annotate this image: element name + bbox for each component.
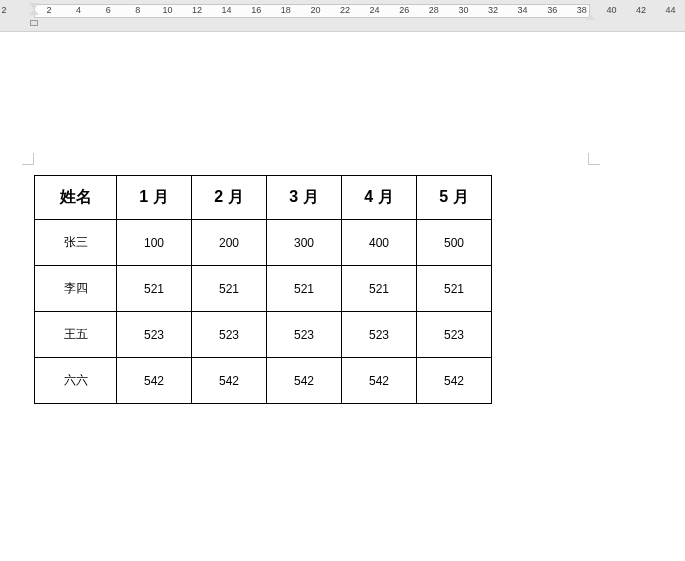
ruler-tick-label: 42 xyxy=(636,5,646,15)
table-cell-value[interactable]: 521 xyxy=(267,266,342,312)
table-cell-value[interactable]: 521 xyxy=(342,266,417,312)
table-header-cell[interactable]: 5 月 xyxy=(417,176,492,220)
ruler-tick-label: 16 xyxy=(251,5,261,15)
table-cell-name[interactable]: 李四 xyxy=(35,266,117,312)
margin-corner-top-left xyxy=(22,153,34,165)
ruler-tick-label: 26 xyxy=(399,5,409,15)
ruler-tick-label: 8 xyxy=(135,5,140,15)
ruler-tick-label: 2 xyxy=(46,5,51,15)
table-cell-value[interactable]: 542 xyxy=(267,358,342,404)
table-row: 张三100200300400500 xyxy=(35,220,492,266)
table-cell-value[interactable]: 500 xyxy=(417,220,492,266)
document-canvas[interactable]: 姓名 1 月 2 月 3 月 4 月 5 月 张三100200300400500… xyxy=(0,32,685,561)
table-row: 李四521521521521521 xyxy=(35,266,492,312)
table-cell-value[interactable]: 523 xyxy=(342,312,417,358)
horizontal-ruler[interactable]: 2246810121416182022242628303234363840424… xyxy=(0,0,685,32)
ruler-tick-label: 14 xyxy=(222,5,232,15)
ruler-tick-label: 6 xyxy=(106,5,111,15)
ruler-tick-label: 20 xyxy=(310,5,320,15)
table-cell-value[interactable]: 521 xyxy=(192,266,267,312)
table-cell-value[interactable]: 100 xyxy=(117,220,192,266)
mouse-cursor-icon: ↖ xyxy=(619,556,635,561)
table-cell-value[interactable]: 542 xyxy=(417,358,492,404)
data-table[interactable]: 姓名 1 月 2 月 3 月 4 月 5 月 张三100200300400500… xyxy=(34,175,492,404)
table-cell-value[interactable]: 523 xyxy=(267,312,342,358)
ruler-tick-label: 28 xyxy=(429,5,439,15)
table-cell-value[interactable]: 521 xyxy=(117,266,192,312)
table-header-row: 姓名 1 月 2 月 3 月 4 月 5 月 xyxy=(35,176,492,220)
table-cell-value[interactable]: 542 xyxy=(192,358,267,404)
ruler-tick-label: 10 xyxy=(162,5,172,15)
ruler-tick-label: 4 xyxy=(76,5,81,15)
ruler-tick-label: 30 xyxy=(458,5,468,15)
table-cell-value[interactable]: 542 xyxy=(117,358,192,404)
table-header-cell[interactable]: 4 月 xyxy=(342,176,417,220)
margin-corner-top-right xyxy=(588,153,600,165)
table-header-cell[interactable]: 3 月 xyxy=(267,176,342,220)
ruler-tick-label: 36 xyxy=(547,5,557,15)
table-cell-value[interactable]: 523 xyxy=(117,312,192,358)
ruler-tick-label: 34 xyxy=(518,5,528,15)
table-cell-name[interactable]: 王五 xyxy=(35,312,117,358)
ruler-tick-label: 2 xyxy=(1,5,6,15)
table-cell-value[interactable]: 523 xyxy=(192,312,267,358)
ruler-tick-label: 22 xyxy=(340,5,350,15)
table-cell-value[interactable]: 523 xyxy=(417,312,492,358)
table-cell-value[interactable]: 542 xyxy=(342,358,417,404)
table-cell-value[interactable]: 300 xyxy=(267,220,342,266)
ruler-tick-label: 32 xyxy=(488,5,498,15)
right-indent-marker[interactable] xyxy=(585,14,595,20)
table-header-cell[interactable]: 2 月 xyxy=(192,176,267,220)
table-row: 六六542542542542542 xyxy=(35,358,492,404)
table-header-cell[interactable]: 1 月 xyxy=(117,176,192,220)
left-indent-marker[interactable] xyxy=(30,20,38,26)
table-cell-value[interactable]: 400 xyxy=(342,220,417,266)
table-row: 王五523523523523523 xyxy=(35,312,492,358)
ruler-tick-label: 12 xyxy=(192,5,202,15)
ruler-tick-label: 24 xyxy=(370,5,380,15)
table-header-cell[interactable]: 姓名 xyxy=(35,176,117,220)
ruler-tick-label: 40 xyxy=(606,5,616,15)
hanging-indent-marker[interactable] xyxy=(29,9,39,15)
table-cell-value[interactable]: 521 xyxy=(417,266,492,312)
table-cell-name[interactable]: 张三 xyxy=(35,220,117,266)
ruler-tick-label: 44 xyxy=(666,5,676,15)
ruler-tick-label: 18 xyxy=(281,5,291,15)
table-cell-value[interactable]: 200 xyxy=(192,220,267,266)
table-cell-name[interactable]: 六六 xyxy=(35,358,117,404)
